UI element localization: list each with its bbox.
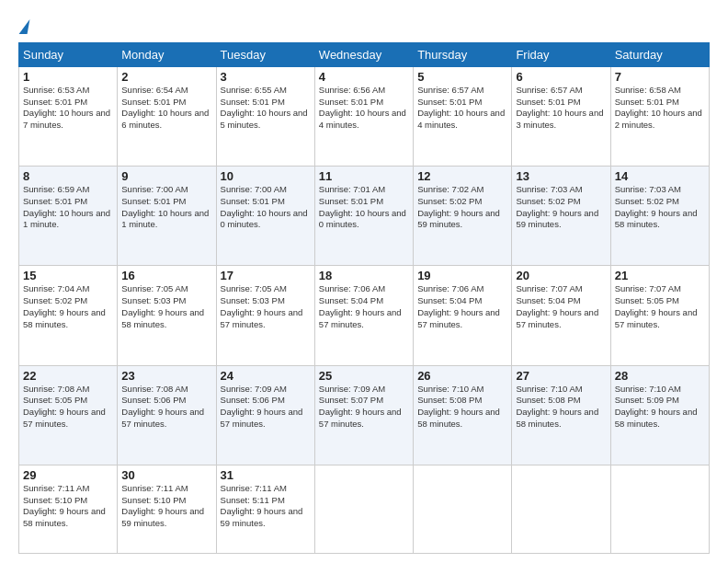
day-header-sunday: Sunday bbox=[19, 42, 118, 66]
day-info: Sunrise: 7:03 AMSunset: 5:02 PMDaylight:… bbox=[516, 184, 606, 231]
day-info: Sunrise: 7:05 AMSunset: 5:03 PMDaylight:… bbox=[121, 283, 211, 330]
day-info: Sunrise: 7:00 AMSunset: 5:01 PMDaylight:… bbox=[121, 184, 211, 231]
calendar-cell: 23Sunrise: 7:08 AMSunset: 5:06 PMDayligh… bbox=[118, 365, 216, 465]
day-number: 26 bbox=[417, 369, 507, 383]
day-info: Sunrise: 7:04 AMSunset: 5:02 PMDaylight:… bbox=[23, 283, 113, 330]
day-info: Sunrise: 7:10 AMSunset: 5:09 PMDaylight:… bbox=[615, 384, 705, 431]
day-info: Sunrise: 7:06 AMSunset: 5:04 PMDaylight:… bbox=[417, 283, 507, 330]
calendar-cell: 15Sunrise: 7:04 AMSunset: 5:02 PMDayligh… bbox=[19, 266, 118, 365]
day-info: Sunrise: 7:00 AMSunset: 5:01 PMDaylight:… bbox=[221, 184, 311, 231]
calendar-cell: 2Sunrise: 6:54 AMSunset: 5:01 PMDaylight… bbox=[118, 66, 216, 166]
day-info: Sunrise: 6:53 AMSunset: 5:01 PMDaylight:… bbox=[23, 85, 113, 132]
day-number: 18 bbox=[319, 269, 409, 282]
day-number: 21 bbox=[615, 269, 705, 282]
calendar-week-5: 29Sunrise: 7:11 AMSunset: 5:10 PMDayligh… bbox=[19, 465, 710, 553]
day-number: 29 bbox=[23, 468, 113, 482]
day-info: Sunrise: 7:01 AMSunset: 5:01 PMDaylight:… bbox=[319, 184, 409, 231]
day-number: 19 bbox=[417, 269, 507, 282]
calendar-cell bbox=[610, 465, 709, 553]
day-number: 12 bbox=[417, 169, 507, 183]
day-info: Sunrise: 7:10 AMSunset: 5:08 PMDaylight:… bbox=[417, 384, 507, 431]
calendar-week-3: 15Sunrise: 7:04 AMSunset: 5:02 PMDayligh… bbox=[19, 266, 710, 365]
calendar-cell: 7Sunrise: 6:58 AMSunset: 5:01 PMDaylight… bbox=[610, 66, 709, 166]
calendar-cell: 3Sunrise: 6:55 AMSunset: 5:01 PMDaylight… bbox=[216, 66, 314, 166]
day-info: Sunrise: 7:11 AMSunset: 5:10 PMDaylight:… bbox=[23, 483, 113, 530]
day-info: Sunrise: 6:55 AMSunset: 5:01 PMDaylight:… bbox=[221, 85, 311, 132]
calendar-cell: 1Sunrise: 6:53 AMSunset: 5:01 PMDaylight… bbox=[19, 66, 118, 166]
calendar-cell: 17Sunrise: 7:05 AMSunset: 5:03 PMDayligh… bbox=[216, 266, 314, 365]
calendar-cell: 4Sunrise: 6:56 AMSunset: 5:01 PMDaylight… bbox=[314, 66, 413, 166]
calendar-cell: 27Sunrise: 7:10 AMSunset: 5:08 PMDayligh… bbox=[512, 365, 610, 465]
day-number: 23 bbox=[121, 369, 211, 383]
calendar-week-1: 1Sunrise: 6:53 AMSunset: 5:01 PMDaylight… bbox=[19, 66, 710, 166]
calendar-cell: 9Sunrise: 7:00 AMSunset: 5:01 PMDaylight… bbox=[118, 167, 216, 266]
day-number: 27 bbox=[516, 369, 606, 383]
day-info: Sunrise: 7:07 AMSunset: 5:04 PMDaylight:… bbox=[516, 283, 606, 330]
day-number: 8 bbox=[23, 169, 113, 183]
calendar-cell: 24Sunrise: 7:09 AMSunset: 5:06 PMDayligh… bbox=[216, 365, 314, 465]
calendar-cell bbox=[314, 465, 413, 553]
calendar-cell: 10Sunrise: 7:00 AMSunset: 5:01 PMDayligh… bbox=[216, 167, 314, 266]
day-number: 28 bbox=[615, 369, 705, 383]
day-number: 9 bbox=[121, 169, 211, 183]
logo bbox=[18, 18, 28, 37]
day-info: Sunrise: 7:08 AMSunset: 5:05 PMDaylight:… bbox=[23, 384, 113, 431]
day-info: Sunrise: 7:02 AMSunset: 5:02 PMDaylight:… bbox=[417, 184, 507, 231]
day-info: Sunrise: 6:56 AMSunset: 5:01 PMDaylight:… bbox=[319, 85, 409, 132]
day-info: Sunrise: 6:57 AMSunset: 5:01 PMDaylight:… bbox=[516, 85, 606, 132]
calendar-cell: 22Sunrise: 7:08 AMSunset: 5:05 PMDayligh… bbox=[19, 365, 118, 465]
calendar: SundayMondayTuesdayWednesdayThursdayFrid… bbox=[18, 42, 710, 554]
day-info: Sunrise: 7:09 AMSunset: 5:06 PMDaylight:… bbox=[221, 384, 311, 431]
day-number: 30 bbox=[121, 468, 211, 482]
day-info: Sunrise: 7:03 AMSunset: 5:02 PMDaylight:… bbox=[615, 184, 705, 231]
calendar-cell bbox=[512, 465, 610, 553]
calendar-cell: 26Sunrise: 7:10 AMSunset: 5:08 PMDayligh… bbox=[414, 365, 512, 465]
calendar-cell: 30Sunrise: 7:11 AMSunset: 5:10 PMDayligh… bbox=[118, 465, 216, 553]
day-number: 22 bbox=[23, 369, 113, 383]
calendar-cell: 20Sunrise: 7:07 AMSunset: 5:04 PMDayligh… bbox=[512, 266, 610, 365]
calendar-cell: 29Sunrise: 7:11 AMSunset: 5:10 PMDayligh… bbox=[19, 465, 118, 553]
day-info: Sunrise: 7:05 AMSunset: 5:03 PMDaylight:… bbox=[221, 283, 311, 330]
day-header-thursday: Thursday bbox=[414, 42, 512, 66]
day-header-tuesday: Tuesday bbox=[216, 42, 314, 66]
day-header-saturday: Saturday bbox=[610, 42, 709, 66]
day-info: Sunrise: 7:07 AMSunset: 5:05 PMDaylight:… bbox=[615, 283, 705, 330]
calendar-cell: 28Sunrise: 7:10 AMSunset: 5:09 PMDayligh… bbox=[610, 365, 709, 465]
day-info: Sunrise: 7:09 AMSunset: 5:07 PMDaylight:… bbox=[319, 384, 409, 431]
calendar-cell: 25Sunrise: 7:09 AMSunset: 5:07 PMDayligh… bbox=[314, 365, 413, 465]
day-number: 16 bbox=[121, 269, 211, 282]
day-header-wednesday: Wednesday bbox=[314, 42, 413, 66]
day-number: 13 bbox=[516, 169, 606, 183]
day-header-friday: Friday bbox=[512, 42, 610, 66]
day-number: 7 bbox=[615, 70, 705, 84]
calendar-week-4: 22Sunrise: 7:08 AMSunset: 5:05 PMDayligh… bbox=[19, 365, 710, 465]
calendar-cell: 6Sunrise: 6:57 AMSunset: 5:01 PMDaylight… bbox=[512, 66, 610, 166]
calendar-cell bbox=[414, 465, 512, 553]
day-info: Sunrise: 6:54 AMSunset: 5:01 PMDaylight:… bbox=[121, 85, 211, 132]
calendar-cell: 16Sunrise: 7:05 AMSunset: 5:03 PMDayligh… bbox=[118, 266, 216, 365]
day-number: 3 bbox=[221, 70, 311, 84]
page: SundayMondayTuesdayWednesdayThursdayFrid… bbox=[0, 0, 728, 563]
day-info: Sunrise: 7:11 AMSunset: 5:10 PMDaylight:… bbox=[121, 483, 211, 530]
header bbox=[18, 15, 710, 37]
day-number: 11 bbox=[319, 169, 409, 183]
calendar-cell: 14Sunrise: 7:03 AMSunset: 5:02 PMDayligh… bbox=[610, 167, 709, 266]
day-number: 31 bbox=[221, 468, 311, 482]
calendar-cell: 19Sunrise: 7:06 AMSunset: 5:04 PMDayligh… bbox=[414, 266, 512, 365]
day-number: 17 bbox=[221, 269, 311, 282]
day-number: 1 bbox=[23, 70, 113, 84]
day-info: Sunrise: 6:59 AMSunset: 5:01 PMDaylight:… bbox=[23, 184, 113, 231]
day-number: 20 bbox=[516, 269, 606, 282]
day-info: Sunrise: 7:10 AMSunset: 5:08 PMDaylight:… bbox=[516, 384, 606, 431]
calendar-cell: 12Sunrise: 7:02 AMSunset: 5:02 PMDayligh… bbox=[414, 167, 512, 266]
day-number: 10 bbox=[221, 169, 311, 183]
calendar-cell: 5Sunrise: 6:57 AMSunset: 5:01 PMDaylight… bbox=[414, 66, 512, 166]
calendar-week-2: 8Sunrise: 6:59 AMSunset: 5:01 PMDaylight… bbox=[19, 167, 710, 266]
calendar-cell: 31Sunrise: 7:11 AMSunset: 5:11 PMDayligh… bbox=[216, 465, 314, 553]
calendar-cell: 18Sunrise: 7:06 AMSunset: 5:04 PMDayligh… bbox=[314, 266, 413, 365]
day-number: 6 bbox=[516, 70, 606, 84]
day-number: 5 bbox=[417, 70, 507, 84]
calendar-cell: 8Sunrise: 6:59 AMSunset: 5:01 PMDaylight… bbox=[19, 167, 118, 266]
day-number: 24 bbox=[221, 369, 311, 383]
day-info: Sunrise: 6:58 AMSunset: 5:01 PMDaylight:… bbox=[615, 85, 705, 132]
